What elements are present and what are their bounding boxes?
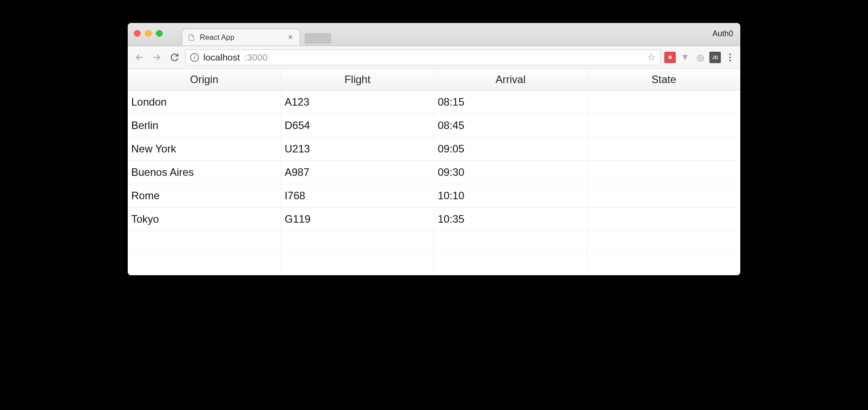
browser-tab-strip: React App × Auth0 — [128, 23, 740, 46]
cell-arrival — [434, 253, 587, 275]
back-button[interactable] — [132, 50, 146, 65]
flights-table: Origin Flight Arrival State LondonA12308… — [128, 69, 740, 275]
cell-state — [587, 161, 741, 184]
column-header-arrival[interactable]: Arrival — [434, 69, 587, 91]
table-row — [128, 231, 740, 253]
cell-origin: Buenos Aires — [128, 161, 281, 184]
table-row: BerlinD65408:45 — [128, 114, 740, 137]
extension-jetbrains-icon[interactable]: JB — [709, 52, 721, 63]
cell-flight: A123 — [281, 91, 434, 114]
cell-state — [587, 231, 741, 253]
column-header-flight[interactable]: Flight — [281, 69, 434, 91]
cell-flight: I768 — [281, 184, 434, 208]
cell-state — [587, 184, 741, 208]
cell-flight — [281, 253, 434, 275]
cell-origin: Rome — [128, 184, 281, 208]
cell-state — [587, 253, 741, 275]
extension-vue-devtools-icon[interactable]: ▼ — [679, 52, 691, 63]
table-row: LondonA12308:15 — [128, 91, 740, 114]
file-icon — [187, 34, 195, 42]
cell-origin — [128, 231, 281, 253]
table-header-row: Origin Flight Arrival State — [128, 69, 740, 91]
site-info-icon[interactable]: i — [190, 53, 199, 62]
cell-state — [587, 208, 741, 231]
url-port: :3000 — [244, 52, 268, 63]
extension-generic-icon[interactable]: ◎ — [694, 52, 706, 63]
cell-origin: London — [128, 91, 281, 114]
url-host: localhost — [203, 52, 240, 63]
cell-flight: G119 — [281, 208, 434, 231]
tab-close-button[interactable]: × — [286, 33, 294, 42]
table-row: Buenos AiresA98709:30 — [128, 161, 740, 184]
window-close-button[interactable] — [134, 30, 141, 37]
cell-arrival: 08:45 — [434, 114, 587, 137]
table-row: RomeI76810:10 — [128, 184, 740, 208]
cell-origin: Berlin — [128, 114, 281, 137]
table-row — [128, 253, 740, 275]
bookmark-star-icon[interactable]: ☆ — [647, 52, 656, 63]
browser-tab-active[interactable]: React App × — [182, 29, 300, 46]
browser-toolbar: i localhost:3000 ☆ ⚛ ▼ ◎ JB — [128, 46, 740, 69]
cell-origin: New York — [128, 137, 281, 161]
address-bar[interactable]: i localhost:3000 ☆ — [185, 49, 661, 65]
column-header-origin[interactable]: Origin — [128, 69, 281, 91]
cell-state — [587, 91, 741, 114]
extension-react-devtools-icon[interactable]: ⚛ — [664, 52, 676, 63]
cell-state — [587, 114, 741, 137]
table-row: New YorkU21309:05 — [128, 137, 740, 161]
forward-button[interactable] — [150, 50, 164, 65]
browser-menu-button[interactable] — [724, 53, 736, 61]
cell-arrival: 09:05 — [434, 137, 587, 161]
cell-arrival: 09:30 — [434, 161, 587, 184]
cell-arrival: 10:35 — [434, 208, 587, 231]
tab-title: React App — [200, 33, 282, 42]
browser-profile-label[interactable]: Auth0 — [712, 29, 733, 38]
cell-state — [587, 137, 741, 161]
cell-origin — [128, 253, 281, 275]
browser-window: React App × Auth0 i localhost:3000 — [128, 23, 740, 275]
cell-flight — [281, 231, 434, 253]
cell-origin: Tokyo — [128, 208, 281, 231]
cell-arrival: 08:15 — [434, 91, 587, 114]
cell-flight: U213 — [281, 137, 434, 161]
cell-flight: D654 — [281, 114, 434, 137]
cell-flight: A987 — [281, 161, 434, 184]
cell-arrival: 10:10 — [434, 184, 587, 208]
column-header-state[interactable]: State — [587, 69, 741, 91]
new-tab-button[interactable] — [305, 33, 331, 44]
cell-arrival — [434, 231, 587, 253]
page-content: Origin Flight Arrival State LondonA12308… — [128, 69, 740, 275]
reload-button[interactable] — [168, 50, 182, 65]
window-minimize-button[interactable] — [145, 30, 152, 37]
window-maximize-button[interactable] — [156, 30, 163, 37]
window-controls — [134, 30, 163, 37]
table-row: TokyoG11910:35 — [128, 208, 740, 231]
